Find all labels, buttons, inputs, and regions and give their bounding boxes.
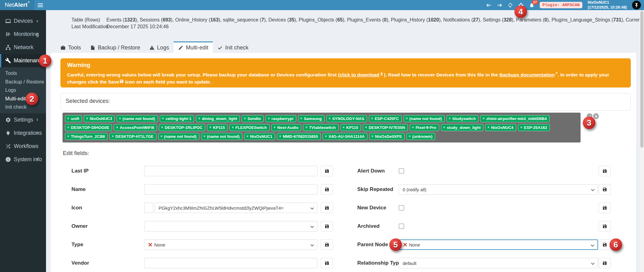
device-tag[interactable]: ×Sendto xyxy=(242,115,264,122)
save-button-skip-repeated[interactable] xyxy=(599,184,611,195)
tab-init-check[interactable]: Init check xyxy=(213,41,253,53)
sidebar-subitem-tools[interactable]: Tools xyxy=(0,69,46,78)
device-tag[interactable]: ×(unknown) xyxy=(406,133,435,140)
selected-devices-multiselect[interactable]: ×unifi×NixOsNUC3×(name not found)×ceilin… xyxy=(63,113,581,142)
device-tag[interactable]: ×zhimi-airpurifier-mb3_mibtD6B4 xyxy=(480,115,549,122)
remove-tag-icon[interactable]: × xyxy=(343,125,345,130)
remove-tag-icon[interactable]: × xyxy=(520,125,522,130)
remove-tag-icon[interactable]: × xyxy=(162,116,164,121)
tab-backup-restore[interactable]: Backup / Restore xyxy=(86,41,145,53)
device-tag[interactable]: ×DESKTOP-1RLIPOC xyxy=(159,124,205,131)
device-tag[interactable]: ×DESKTOP-H71L7GE xyxy=(109,133,156,140)
remove-tag-icon[interactable]: × xyxy=(268,116,270,121)
remove-tag-icon[interactable]: × xyxy=(328,116,331,121)
notifications-button[interactable]: 27 xyxy=(529,2,535,8)
field-checkbox-archived[interactable] xyxy=(399,223,404,229)
refresh-icon[interactable] xyxy=(508,2,513,8)
sidebar-item-devices[interactable]: Devices xyxy=(0,14,46,28)
sidebar-item-integrations[interactable]: Integrations xyxy=(0,126,46,140)
device-tag[interactable]: ×ceiling-light-1 xyxy=(160,115,194,122)
remove-tag-icon[interactable]: × xyxy=(232,125,234,130)
sidebar-item-network[interactable]: Network xyxy=(0,41,46,54)
plugin-status-badge[interactable]: Plugin: ARPSCAN xyxy=(540,2,583,8)
device-tag[interactable]: ×DESKTOP-DIHOG0E xyxy=(65,124,112,131)
device-tag[interactable]: ×FLEXPOESwitch xyxy=(229,124,270,131)
backups-documentation-link[interactable]: Backups documentation xyxy=(500,72,555,77)
tab-multi-edit[interactable]: Multi-edit xyxy=(174,41,213,53)
back-icon[interactable] xyxy=(486,2,492,8)
field-checkbox-alert-down[interactable] xyxy=(399,168,404,174)
remove-tag-icon[interactable]: × xyxy=(449,116,451,121)
save-button-new-device[interactable] xyxy=(599,203,611,213)
remove-tag-icon[interactable]: × xyxy=(443,125,445,130)
device-tag[interactable]: ×ESP-C425FC xyxy=(369,115,402,122)
device-tag[interactable]: ×Studyswitch xyxy=(447,115,479,122)
remove-tag-icon[interactable]: × xyxy=(244,116,246,121)
sidebar-subitem-backup-restore[interactable]: Backup / Restore xyxy=(0,78,46,86)
remove-tag-icon[interactable]: × xyxy=(67,134,69,139)
remove-tag-icon[interactable]: × xyxy=(209,125,211,130)
sidebar-toggle-button[interactable] xyxy=(34,0,46,10)
device-tag[interactable]: ×KP115 xyxy=(207,124,228,131)
remove-tag-icon[interactable]: × xyxy=(274,125,276,130)
remove-tag-icon[interactable]: × xyxy=(300,116,302,121)
avatar[interactable] xyxy=(632,1,641,10)
save-button-alert-down[interactable] xyxy=(599,166,611,176)
vertical-scrollbar[interactable] xyxy=(640,10,644,272)
remove-tag-icon[interactable]: × xyxy=(203,134,205,139)
sidebar-item-monitoring[interactable]: Monitoring xyxy=(0,28,46,41)
save-button-archived[interactable] xyxy=(599,221,611,231)
remove-tag-icon[interactable]: × xyxy=(371,116,373,121)
sidebar-item-system-info[interactable]: System info xyxy=(0,153,46,166)
device-tag[interactable]: ×NixOsNUC1 xyxy=(244,133,275,140)
remove-tag-icon[interactable]: × xyxy=(279,134,281,139)
save-button-relationship-type[interactable] xyxy=(599,258,611,268)
remove-tag-icon[interactable]: × xyxy=(116,125,118,130)
remove-tag-icon[interactable]: × xyxy=(408,134,411,139)
remove-tag-icon[interactable]: × xyxy=(67,125,69,130)
device-tag[interactable]: ×study_down_light xyxy=(441,124,484,131)
remove-tag-icon[interactable]: × xyxy=(161,125,163,130)
tab-tools[interactable]: Tools xyxy=(56,41,86,53)
remove-tag-icon[interactable]: × xyxy=(119,116,121,121)
download-backup-link[interactable]: click to download xyxy=(339,72,379,77)
device-tag[interactable]: ×raspberrypi xyxy=(266,115,296,122)
remove-tag-icon[interactable]: × xyxy=(406,116,408,121)
field-checkbox-new-device[interactable] xyxy=(399,205,404,211)
scrollbar-thumb[interactable] xyxy=(640,11,643,148)
remove-tag-icon[interactable]: × xyxy=(305,125,307,130)
clear-selection-button[interactable] xyxy=(593,113,599,119)
device-tag[interactable]: ×(name not found) xyxy=(404,115,445,122)
app-logo[interactable]: NetAlertx xyxy=(0,0,34,10)
device-tag[interactable]: ×ThingsTurn_2CB8 xyxy=(65,133,108,140)
device-tag[interactable]: ×unifi xyxy=(65,115,82,122)
device-tag[interactable]: ×Samsung xyxy=(298,115,325,122)
device-tag[interactable]: ×Nest-Audio xyxy=(271,124,301,131)
device-tag[interactable]: ×(name not found) xyxy=(117,115,158,122)
sidebar-subitem-init-check[interactable]: Init check xyxy=(0,103,46,111)
remove-tag-icon[interactable]: × xyxy=(112,134,114,139)
field-select-skip-repeated[interactable]: 0 (notify all) xyxy=(399,184,598,195)
sidebar-item-workflows[interactable]: Workflows xyxy=(0,140,46,153)
device-tag[interactable]: ×NixOsDellXPS xyxy=(369,133,404,140)
remove-tag-icon[interactable]: × xyxy=(246,134,248,139)
tab-logs[interactable]: Logs xyxy=(145,41,174,53)
device-tag[interactable]: ×AccessPointWiFi6 xyxy=(114,124,157,131)
remove-tag-icon[interactable]: × xyxy=(412,125,414,130)
forward-icon[interactable] xyxy=(497,2,502,8)
device-tag[interactable]: ×(name not found) xyxy=(158,133,199,140)
device-tag[interactable]: ×NixOsNUC3 xyxy=(84,115,115,122)
sidebar-subitem-multi-edit[interactable]: Multi-edit xyxy=(0,95,46,103)
remove-tag-icon[interactable]: × xyxy=(371,134,374,139)
device-tag[interactable]: ×(name not found) xyxy=(201,133,242,140)
device-tag[interactable]: ×X4G-AU-SHA1114A xyxy=(323,133,367,140)
device-tag[interactable]: ×MMD-67082015855 xyxy=(277,133,321,140)
save-button-parent-node[interactable] xyxy=(599,239,611,250)
sidebar-item-settings[interactable]: Settings xyxy=(0,113,46,126)
remove-tag-icon[interactable]: × xyxy=(86,116,88,121)
device-tag[interactable]: ×NixOsNUC4 xyxy=(485,124,516,131)
remove-tag-icon[interactable]: × xyxy=(160,134,163,139)
device-tag[interactable]: ×dining_down_light xyxy=(196,115,240,122)
remove-tag-icon[interactable]: × xyxy=(482,116,485,121)
field-select-relationship-type[interactable]: default xyxy=(399,258,598,268)
